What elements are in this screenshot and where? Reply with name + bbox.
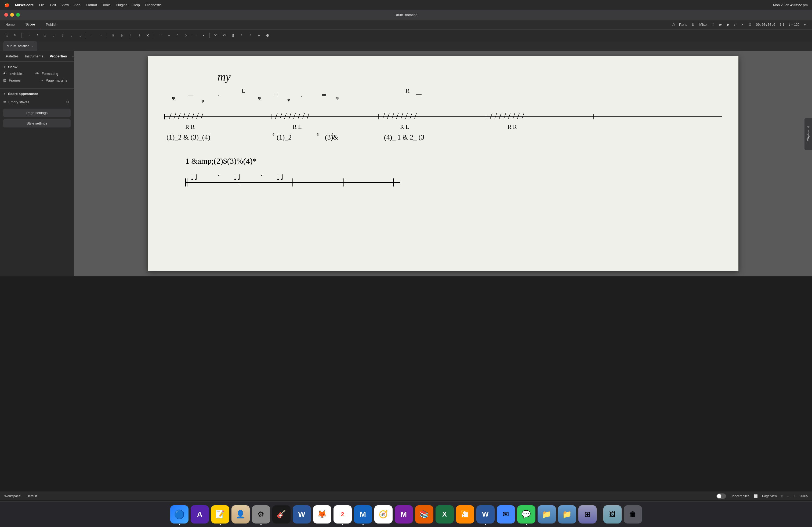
dock-stickies[interactable]: 📝	[211, 505, 229, 524]
menubar-view[interactable]: View	[61, 3, 69, 7]
doc-tab-close[interactable]: ×	[31, 45, 33, 48]
tab-publish[interactable]: Publish	[41, 20, 63, 29]
toolbar-voice2[interactable]: V2	[221, 32, 228, 39]
active-doc-tab[interactable]: *Drum_notation ×	[3, 41, 37, 51]
menubar-tools[interactable]: Tools	[102, 3, 110, 7]
loop-icon[interactable]: ⇄	[734, 22, 737, 27]
dock-system-prefs[interactable]: ⚙	[252, 505, 270, 524]
dock-firefox[interactable]: 🦊	[313, 505, 331, 524]
toolbar-accent-up[interactable]: ^	[174, 32, 181, 39]
page-settings-button[interactable]: Page settings	[3, 109, 71, 117]
toolbar-note-16[interactable]: ♬	[42, 32, 48, 39]
menubar-add[interactable]: Add	[74, 3, 81, 7]
close-button[interactable]	[4, 13, 8, 17]
toolbar-note-64[interactable]: 𝅘𝅥𝅯𝅘𝅥𝅯	[25, 32, 31, 39]
toolbar-flat[interactable]: ♭	[118, 32, 126, 39]
dock-word[interactable]: W	[293, 505, 311, 524]
toolbar-add-measure[interactable]: +	[255, 32, 262, 39]
menubar-file[interactable]: File	[39, 3, 45, 7]
toolbar-note-2[interactable]: 𝅗𝅥	[68, 32, 74, 39]
zoom-out-button[interactable]: −	[787, 494, 789, 498]
score-appearance-header[interactable]: ▼ Score appearance	[3, 92, 71, 96]
dock-musescore[interactable]: M	[354, 505, 372, 524]
tab-instruments[interactable]: Instruments	[22, 53, 46, 59]
tab-home[interactable]: Home	[0, 20, 20, 29]
dock-mail[interactable]: ✉	[497, 505, 515, 524]
dock-vlc[interactable]: 🎦	[456, 505, 474, 524]
menubar-diagnostic[interactable]: Diagnostic	[145, 3, 162, 7]
concert-pitch-toggle[interactable]	[716, 494, 726, 499]
menubar-help[interactable]: Help	[133, 3, 140, 7]
page-view-wrapper[interactable]: my ᵩ — ᵩ 𝄻 L ᵩ ═ ᵩ 𝄻 ═	[74, 51, 812, 276]
dock-excel[interactable]: X	[436, 505, 454, 524]
play-icon[interactable]: ▶	[727, 22, 729, 27]
dock-calendar[interactable]: 2	[334, 505, 352, 524]
toolbar-note-1[interactable]: 𝅝	[76, 32, 83, 39]
dock-preview[interactable]: 🖼	[603, 505, 622, 524]
style-settings-button[interactable]: Style settings	[3, 119, 71, 127]
dock-trash[interactable]: 🗑	[624, 505, 642, 524]
toolbar-tenuto[interactable]: —	[191, 32, 198, 39]
dock-word2[interactable]: W	[476, 505, 495, 524]
dock-safari[interactable]: 🧭	[374, 505, 393, 524]
toolbar-marker1[interactable]: 1	[238, 32, 245, 39]
toolbar-sharp[interactable]: ♯	[135, 32, 143, 39]
playback-settings-icon[interactable]: ⚙	[748, 22, 752, 27]
toolbar-note-32[interactable]: 𝅘𝅥𝅯	[33, 32, 40, 39]
maximize-button[interactable]	[16, 13, 20, 17]
parts-label[interactable]: Parts	[679, 22, 687, 27]
toolbar-double-flat[interactable]: 𝄫	[110, 32, 117, 39]
mixer-label[interactable]: Mixer	[699, 22, 708, 27]
page-view-chevron[interactable]: ▾	[781, 494, 783, 498]
undo-icon[interactable]: ↩	[804, 22, 807, 27]
dock-books[interactable]: 📚	[415, 505, 433, 524]
rewind-icon[interactable]: ⏮	[719, 22, 723, 27]
clipboard-panel[interactable]: !Clipboard	[804, 118, 812, 150]
dock-folder2[interactable]: 📁	[558, 505, 576, 524]
toolbar-note-8[interactable]: ♪	[50, 32, 57, 39]
minimize-button[interactable]	[10, 13, 14, 17]
empty-staves-gear[interactable]: ⚙	[65, 99, 71, 105]
toolbar-slur[interactable]: ⌣	[165, 32, 172, 39]
tab-score[interactable]: Score	[20, 20, 41, 29]
toolbar-grid[interactable]: ⠿	[3, 32, 10, 39]
toolbar-voice1[interactable]: V1	[213, 32, 219, 39]
svg-text:ᵩ: ᵩ	[287, 95, 290, 102]
dock-contacts[interactable]: 👤	[231, 505, 250, 524]
toolbar-settings[interactable]: ⚙	[264, 32, 271, 39]
dock-messages[interactable]: 💬	[517, 505, 535, 524]
tab-palettes[interactable]: Palettes	[3, 53, 21, 59]
toolbar-flip[interactable]: ⥯	[230, 32, 236, 39]
toolbar-tie[interactable]: ⌒	[157, 32, 164, 39]
menubar-edit[interactable]: Edit	[50, 3, 56, 7]
toolbar-dotted[interactable]: ·	[89, 32, 96, 39]
apple-menu[interactable]: 🍎	[4, 2, 10, 7]
toolbar-sep-5	[209, 33, 210, 38]
dock-finder[interactable]: 🔵	[170, 505, 188, 524]
menubar-plugins[interactable]: Plugins	[116, 3, 127, 7]
cut-icon[interactable]: ✂	[741, 22, 744, 27]
toolbar-staccato[interactable]: •	[200, 32, 207, 39]
toolbar-double-sharp[interactable]: ✕	[144, 32, 151, 39]
menubar-format[interactable]: Format	[86, 3, 97, 7]
menubar-musescore[interactable]: MuseScore	[15, 3, 33, 7]
toolbar-natural[interactable]: ♮	[127, 32, 134, 39]
toolbar-accent[interactable]: >	[183, 32, 190, 39]
titlebar: Drum_notation	[0, 10, 812, 20]
toolbar-marker2[interactable]: 2	[247, 32, 254, 39]
zoom-in-button[interactable]: +	[793, 494, 795, 498]
dock-folder1[interactable]: 📁	[538, 505, 556, 524]
svg-text:R  R: R R	[185, 123, 195, 130]
dock-musescore2[interactable]: M	[395, 505, 413, 524]
dock-dictionary[interactable]: A	[191, 505, 209, 524]
grid-icon[interactable]: ⠿	[712, 22, 715, 27]
toolbar-pencil[interactable]: ✎	[12, 32, 19, 39]
score-page: my ᵩ — ᵩ 𝄻 L ᵩ ═ ᵩ 𝄻 ═	[148, 56, 738, 271]
tab-properties[interactable]: Properties	[47, 53, 70, 59]
show-section-header[interactable]: ▼ Show	[3, 65, 71, 69]
page-view-label[interactable]: Page view	[762, 494, 777, 498]
toolbar-note-4[interactable]: ♩	[59, 32, 66, 39]
dock-garageband[interactable]: 🎸	[272, 505, 291, 524]
dock-apps-folder[interactable]: ⊞	[578, 505, 597, 524]
toolbar-rest[interactable]: 𝄽	[97, 32, 104, 39]
